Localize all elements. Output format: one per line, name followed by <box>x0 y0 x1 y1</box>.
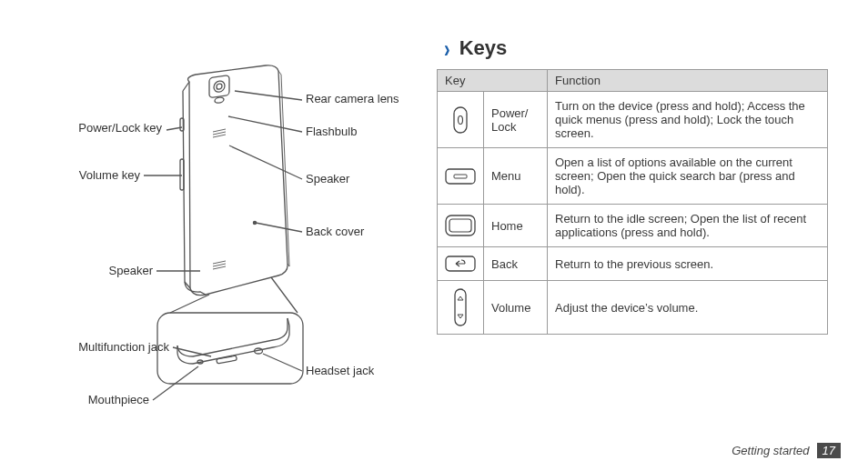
svg-line-20 <box>173 347 211 356</box>
svg-line-7 <box>213 261 226 264</box>
footer-section: Getting started <box>732 444 809 457</box>
table-row: Power/ Lock Turn on the device (press an… <box>438 92 828 148</box>
label-multifunction-jack: Multifunction jack <box>16 340 169 354</box>
svg-rect-30 <box>454 175 467 178</box>
label-power-lock-key: Power/Lock key <box>16 121 162 135</box>
header-function: Function <box>548 70 828 92</box>
key-function: Return to the idle screen; Open the list… <box>548 205 828 247</box>
svg-line-25 <box>256 223 302 232</box>
svg-rect-14 <box>217 356 237 364</box>
key-function: Return to the previous screen. <box>548 247 828 281</box>
svg-line-26 <box>263 354 302 371</box>
menu-key-icon <box>438 148 484 205</box>
svg-line-23 <box>228 116 302 132</box>
label-flashbulb: Flashbulb <box>306 125 357 138</box>
svg-rect-34 <box>455 289 466 326</box>
table-row: Home Return to the idle screen; Open the… <box>438 205 828 247</box>
header-key: Key <box>438 70 548 92</box>
table-row: Volume Adjust the device’s volume. <box>438 281 828 335</box>
key-name: Volume <box>484 281 548 335</box>
svg-rect-10 <box>180 118 184 131</box>
key-name: Power/ Lock <box>484 92 548 148</box>
section-heading: Keys <box>459 36 508 60</box>
home-key-icon <box>438 205 484 247</box>
key-function: Adjust the device’s volume. <box>548 281 828 335</box>
label-rear-camera: Rear camera lens <box>306 92 399 105</box>
page-number: 17 <box>817 443 841 458</box>
svg-line-6 <box>213 135 226 137</box>
svg-line-24 <box>229 145 302 179</box>
svg-line-4 <box>213 129 226 132</box>
svg-point-3 <box>215 96 224 103</box>
svg-rect-27 <box>454 107 467 133</box>
svg-line-8 <box>213 264 226 266</box>
key-name: Menu <box>484 148 548 205</box>
label-volume-key: Volume key <box>16 168 140 182</box>
svg-rect-32 <box>449 219 471 232</box>
power-lock-key-icon <box>438 92 484 148</box>
svg-rect-31 <box>446 215 475 236</box>
volume-key-icon <box>438 281 484 335</box>
label-headset-jack: Headset jack <box>306 364 374 377</box>
svg-line-5 <box>213 132 226 135</box>
back-key-icon <box>438 247 484 281</box>
svg-rect-11 <box>180 159 184 190</box>
label-back-cover: Back cover <box>306 225 364 238</box>
svg-rect-0 <box>209 75 229 98</box>
svg-line-9 <box>213 266 226 269</box>
svg-point-2 <box>217 84 222 90</box>
key-function: Open a list of options available on the … <box>548 148 828 205</box>
label-mouthpiece: Mouthpiece <box>16 393 149 406</box>
label-speaker-right: Speaker <box>306 172 349 185</box>
svg-rect-29 <box>446 169 475 184</box>
key-function: Turn on the device (press and hold); Acc… <box>548 92 828 148</box>
device-diagram: Power/Lock key Volume key Speaker Multif… <box>0 0 437 471</box>
table-row: Menu Open a list of options available on… <box>438 148 828 205</box>
chevron-icon: › <box>444 34 450 63</box>
svg-line-22 <box>235 91 302 100</box>
label-speaker-left: Speaker <box>16 264 153 277</box>
key-name: Back <box>484 247 548 281</box>
keys-table: Key Function Power/ Lock Turn on the dev… <box>437 69 828 335</box>
svg-point-1 <box>214 80 225 93</box>
key-name: Home <box>484 205 548 247</box>
table-row: Back Return to the previous screen. <box>438 247 828 281</box>
svg-point-28 <box>459 115 463 124</box>
